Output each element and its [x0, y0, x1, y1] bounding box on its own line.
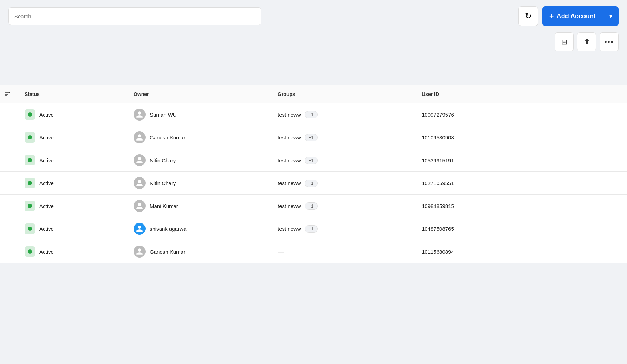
status-dot — [28, 204, 32, 208]
search-input[interactable] — [8, 7, 261, 25]
groups-label: test neww — [278, 226, 301, 232]
userid-value: 10115680894 — [422, 249, 454, 255]
status-label: Active — [39, 180, 54, 186]
row-sort-cell — [0, 103, 18, 126]
owner-cell: Ganesh Kumar — [127, 240, 271, 263]
groups-label: test neww — [278, 135, 301, 141]
status-dot-wrapper — [25, 155, 35, 165]
groups-cell: test neww +1 — [271, 217, 415, 240]
add-account-dropdown-button[interactable]: ▼ — [603, 6, 619, 26]
status-dot-wrapper — [25, 246, 35, 257]
avatar — [134, 246, 146, 258]
userid-cell: 10984859815 — [415, 195, 627, 217]
userid-value: 10097279576 — [422, 112, 454, 118]
status-label: Active — [39, 112, 54, 118]
table-row: Active Ganesh Kumar —10115680894 — [0, 240, 627, 263]
userid-cell: 10539915191 — [415, 149, 627, 172]
userid-cell: 10115680894 — [415, 240, 627, 263]
accounts-table-wrapper: Status Owner Groups User ID Active — [0, 85, 627, 263]
table-row: Active Nitin Chary test neww +1 10271059… — [0, 172, 627, 195]
avatar — [134, 109, 146, 121]
more-icon: ••• — [604, 38, 614, 46]
status-dot — [28, 181, 32, 185]
owner-name: Nitin Chary — [150, 180, 176, 186]
status-dot-wrapper — [25, 109, 35, 120]
userid-value: 10109530908 — [422, 135, 454, 141]
row-sort-cell — [0, 217, 18, 240]
userid-cell: 10487508765 — [415, 217, 627, 240]
groups-label: test neww — [278, 203, 301, 209]
userid-value: 10271059551 — [422, 180, 454, 186]
groups-cell: test neww +1 — [271, 195, 415, 217]
col-owner-header: Owner — [127, 85, 271, 103]
plus-icon: + — [549, 12, 554, 21]
groups-extra-badge: +1 — [305, 202, 318, 210]
groups-extra-badge: +1 — [305, 111, 318, 118]
status-cell: Active — [18, 172, 127, 195]
owner-cell: Nitin Chary — [127, 172, 271, 195]
groups-cell: test neww +1 — [271, 126, 415, 149]
owner-cell: Mani Kumar — [127, 195, 271, 217]
status-label: Active — [39, 157, 54, 163]
spacer — [0, 57, 627, 85]
avatar — [134, 154, 146, 166]
status-dot-wrapper — [25, 201, 35, 211]
table-row: Active Mani Kumar test neww +1 109848598… — [0, 195, 627, 217]
avatar — [134, 200, 146, 212]
status-cell: Active — [18, 126, 127, 149]
status-cell: Active — [18, 103, 127, 126]
userid-value: 10539915191 — [422, 157, 454, 163]
status-label: Active — [39, 135, 54, 141]
status-dot-wrapper — [25, 132, 35, 143]
add-account-button[interactable]: + Add Account ▼ — [542, 6, 619, 26]
status-label: Active — [39, 203, 54, 209]
groups-dash: — — [278, 248, 284, 255]
sort-icon[interactable] — [4, 91, 13, 97]
col-sort-header[interactable] — [0, 85, 18, 103]
add-account-main[interactable]: + Add Account — [542, 6, 603, 26]
table-row: Active Ganesh Kumar test neww +1 1010953… — [0, 126, 627, 149]
row-sort-cell — [0, 126, 18, 149]
owner-cell: shivank agarwal — [127, 217, 271, 240]
add-account-label: Add Account — [557, 13, 596, 20]
columns-icon: ⊟ — [561, 38, 567, 46]
groups-extra-badge: +1 — [305, 180, 318, 187]
groups-label: test neww — [278, 157, 301, 163]
status-cell: Active — [18, 149, 127, 172]
chevron-down-icon: ▼ — [608, 13, 613, 19]
row-sort-cell — [0, 195, 18, 217]
owner-name: Ganesh Kumar — [150, 249, 185, 255]
avatar — [134, 177, 146, 189]
status-dot — [28, 227, 32, 231]
status-label: Active — [39, 226, 54, 232]
col-status-header: Status — [18, 85, 127, 103]
row-sort-cell — [0, 149, 18, 172]
owner-cell: Ganesh Kumar — [127, 126, 271, 149]
table-row: Active Suman WU test neww +1 10097279576 — [0, 103, 627, 126]
status-dot — [28, 158, 32, 162]
status-cell: Active — [18, 217, 127, 240]
table-row: Active shivank agarwal test neww +1 1048… — [0, 217, 627, 240]
owner-name: shivank agarwal — [150, 226, 188, 232]
columns-button[interactable]: ⊟ — [555, 32, 574, 51]
export-button[interactable]: ⬆ — [577, 32, 596, 51]
status-cell: Active — [18, 195, 127, 217]
table-row: Active Nitin Chary test neww +1 10539915… — [0, 149, 627, 172]
accounts-table: Status Owner Groups User ID Active — [0, 85, 627, 263]
secondary-toolbar: ⊟ ⬆ ••• — [0, 32, 627, 57]
userid-cell: 10109530908 — [415, 126, 627, 149]
owner-name: Ganesh Kumar — [150, 135, 185, 141]
owner-name: Suman WU — [150, 112, 177, 118]
col-userid-header: User ID — [415, 85, 627, 103]
top-bar: ↻ + Add Account ▼ — [0, 0, 627, 32]
refresh-button[interactable]: ↻ — [518, 6, 538, 26]
refresh-icon: ↻ — [525, 12, 531, 21]
table-header-row: Status Owner Groups User ID — [0, 85, 627, 103]
avatar — [134, 223, 146, 235]
status-dot — [28, 135, 32, 139]
userid-cell: 10271059551 — [415, 172, 627, 195]
more-options-button[interactable]: ••• — [600, 32, 619, 51]
row-sort-cell — [0, 240, 18, 263]
groups-label: test neww — [278, 112, 301, 118]
status-dot — [28, 112, 32, 117]
